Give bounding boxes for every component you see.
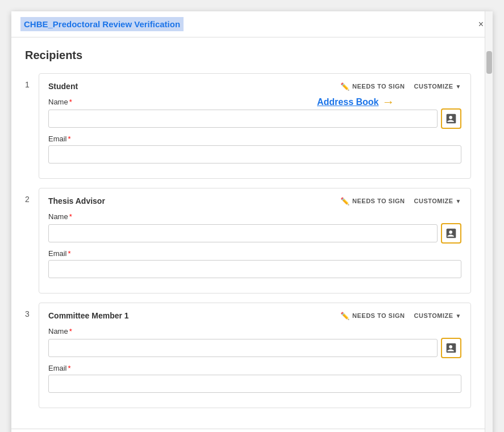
card-actions: ✏️NEEDS TO SIGNCUSTOMIZE▼: [340, 197, 461, 205]
customize-button[interactable]: CUSTOMIZE▼: [414, 198, 461, 204]
card-header: Thesis Advisor✏️NEEDS TO SIGNCUSTOMIZE▼: [48, 196, 461, 205]
pencil-icon: ✏️: [340, 197, 350, 205]
modal-body: Recipients 1Student✏️NEEDS TO SIGNCUSTOM…: [11, 37, 493, 429]
card-actions: ✏️NEEDS TO SIGNCUSTOMIZE▼: [340, 82, 461, 91]
card-header: Committee Member 1✏️NEEDS TO SIGNCUSTOMI…: [48, 311, 461, 320]
name-input[interactable]: [48, 339, 438, 357]
address-book-annotation: Address Book→: [317, 95, 394, 110]
recipient-card: Thesis Advisor✏️NEEDS TO SIGNCUSTOMIZE▼N…: [39, 188, 471, 293]
recipient-role-label: Committee Member 1: [48, 311, 129, 320]
scrollbar-thumb: [486, 51, 492, 74]
address-book-icon: [445, 228, 457, 239]
footer: SEND DISCARD: [11, 429, 493, 432]
chevron-down-icon: ▼: [456, 198, 461, 204]
name-input-row: [48, 223, 461, 244]
email-label: Email*: [48, 135, 461, 143]
pencil-icon: ✏️: [340, 82, 350, 91]
address-book-icon: [445, 113, 457, 124]
card-actions: ✏️NEEDS TO SIGNCUSTOMIZE▼: [340, 312, 461, 320]
email-required-star: *: [68, 364, 71, 372]
name-required-star: *: [69, 212, 72, 221]
email-field-group: Email*: [48, 135, 461, 163]
email-label: Email*: [48, 364, 461, 372]
needs-to-sign-label: NEEDS TO SIGN: [352, 312, 405, 319]
recipient-role-label: Thesis Advisor: [48, 196, 105, 205]
recipient-number: 2: [25, 188, 39, 204]
recipient-number: 3: [25, 303, 39, 318]
scrollbar[interactable]: [485, 11, 493, 432]
name-input-row: Address Book→: [48, 108, 461, 129]
needs-to-sign: ✏️NEEDS TO SIGN: [340, 82, 405, 91]
recipient-row: 1Student✏️NEEDS TO SIGNCUSTOMIZE▼Name*Ad…: [25, 73, 479, 179]
email-input[interactable]: [48, 375, 461, 393]
recipient-card: Committee Member 1✏️NEEDS TO SIGNCUSTOMI…: [39, 303, 471, 408]
recipient-row: 2Thesis Advisor✏️NEEDS TO SIGNCUSTOMIZE▼…: [25, 188, 479, 293]
recipient-row: 3Committee Member 1✏️NEEDS TO SIGNCUSTOM…: [25, 303, 479, 408]
modal-header: CHBE_Predoctoral Review Verification ×: [11, 11, 493, 37]
recipients-list: 1Student✏️NEEDS TO SIGNCUSTOMIZE▼Name*Ad…: [25, 73, 479, 408]
customize-button[interactable]: CUSTOMIZE▼: [414, 83, 461, 90]
modal-title: CHBE_Predoctoral Review Verification: [20, 17, 184, 31]
name-field-group: Name*Address Book→: [48, 98, 461, 129]
address-book-button[interactable]: Address Book→: [441, 108, 461, 129]
address-book-button[interactable]: [441, 223, 461, 244]
email-input[interactable]: [48, 260, 461, 278]
customize-label: CUSTOMIZE: [414, 198, 453, 204]
name-input[interactable]: [48, 110, 438, 128]
modal-container: CHBE_Predoctoral Review Verification × R…: [11, 11, 493, 432]
customize-label: CUSTOMIZE: [414, 312, 453, 319]
recipients-heading: Recipients: [25, 49, 479, 62]
recipient-number: 1: [25, 73, 39, 89]
annotation-arrow-icon: →: [382, 95, 394, 110]
name-field-group: Name*: [48, 327, 461, 358]
email-required-star: *: [68, 249, 71, 258]
name-required-star: *: [69, 327, 72, 335]
name-label: Name*: [48, 327, 461, 335]
needs-to-sign: ✏️NEEDS TO SIGN: [340, 197, 405, 205]
name-input-row: [48, 338, 461, 358]
chevron-down-icon: ▼: [456, 313, 461, 319]
customize-label: CUSTOMIZE: [414, 83, 453, 90]
address-book-icon: [445, 342, 457, 354]
recipient-card: Student✏️NEEDS TO SIGNCUSTOMIZE▼Name*Add…: [39, 73, 471, 179]
address-book-button[interactable]: [441, 338, 461, 358]
name-input[interactable]: [48, 224, 438, 242]
name-label: Name*: [48, 98, 461, 106]
needs-to-sign-label: NEEDS TO SIGN: [352, 198, 405, 204]
close-button[interactable]: ×: [478, 19, 484, 30]
email-input[interactable]: [48, 145, 461, 163]
recipient-role-label: Student: [48, 82, 78, 91]
needs-to-sign-label: NEEDS TO SIGN: [352, 83, 405, 90]
email-field-group: Email*: [48, 249, 461, 278]
pencil-icon: ✏️: [340, 312, 350, 320]
needs-to-sign: ✏️NEEDS TO SIGN: [340, 312, 405, 320]
name-required-star: *: [69, 98, 72, 106]
customize-button[interactable]: CUSTOMIZE▼: [414, 312, 461, 319]
name-label: Name*: [48, 212, 461, 221]
card-header: Student✏️NEEDS TO SIGNCUSTOMIZE▼: [48, 82, 461, 91]
email-field-group: Email*: [48, 364, 461, 393]
email-label: Email*: [48, 249, 461, 258]
email-required-star: *: [68, 135, 71, 143]
name-field-group: Name*: [48, 212, 461, 244]
annotation-text: Address Book: [317, 97, 378, 107]
chevron-down-icon: ▼: [456, 83, 461, 90]
